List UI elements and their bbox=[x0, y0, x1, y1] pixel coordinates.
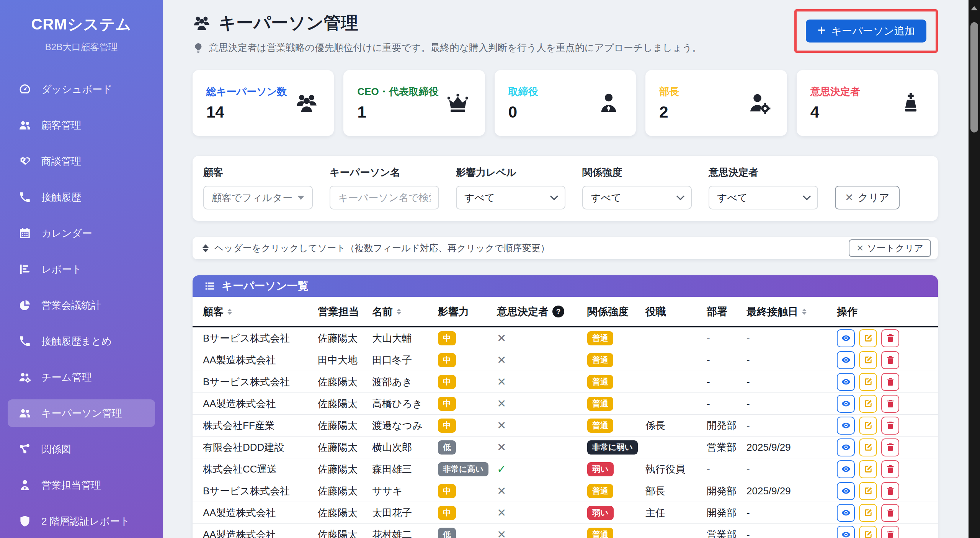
add-keyperson-button[interactable]: + キーパーソン追加 bbox=[806, 20, 926, 43]
filter-influence: 影響力レベル すべて bbox=[456, 166, 565, 209]
cell-influence: 中 bbox=[438, 397, 497, 411]
stat-text: 意思決定者4 bbox=[810, 85, 860, 121]
filter-name: キーパーソン名 bbox=[330, 166, 439, 209]
eye-icon bbox=[841, 486, 851, 496]
sidebar-item-contact-summary[interactable]: 接触履歴まとめ bbox=[8, 327, 155, 355]
table-row: AA製造株式会社田中大地田口冬子中✕普通-- bbox=[193, 349, 938, 371]
influence-filter-label: 影響力レベル bbox=[456, 166, 565, 179]
view-button[interactable] bbox=[837, 395, 855, 413]
delete-button[interactable] bbox=[881, 504, 899, 522]
cell-rep: 佐藤陽太 bbox=[318, 332, 372, 345]
sidebar-item-label: ダッシュボード bbox=[41, 83, 113, 96]
stat-icon bbox=[899, 91, 923, 115]
delete-button[interactable] bbox=[881, 329, 899, 347]
x-mark-icon: ✕ bbox=[497, 419, 506, 432]
sidebar-item-sales-meeting-stats[interactable]: 営業会議統計 bbox=[8, 291, 155, 319]
view-button[interactable] bbox=[837, 460, 855, 478]
edit-button[interactable] bbox=[859, 482, 877, 500]
cell-rep: 田中大地 bbox=[318, 353, 372, 367]
column-header-last-contact[interactable]: 最終接触日 bbox=[746, 305, 837, 319]
delete-button[interactable] bbox=[881, 351, 899, 369]
stat-icon bbox=[446, 91, 470, 115]
filter-customer: 顧客 顧客でフィルター bbox=[203, 166, 313, 209]
delete-button[interactable] bbox=[881, 373, 899, 391]
sidebar-item-team[interactable]: チーム管理 bbox=[8, 363, 155, 391]
scrollbar-thumb[interactable] bbox=[970, 22, 978, 132]
cell-name: ササキ bbox=[372, 484, 438, 498]
view-button[interactable] bbox=[837, 351, 855, 369]
view-button[interactable] bbox=[837, 373, 855, 391]
name-search-input[interactable] bbox=[330, 186, 439, 209]
edit-button[interactable] bbox=[859, 351, 877, 369]
cell-relation: 普通 bbox=[587, 419, 645, 433]
page-description-text: 意思決定者は営業戦略の優先順位付けに重要です。最終的な購入判断を行う人を重点的に… bbox=[209, 41, 702, 54]
view-button[interactable] bbox=[837, 482, 855, 500]
influence-badge: 中 bbox=[438, 331, 456, 345]
cell-actions bbox=[837, 351, 928, 369]
sidebar-item-calendar[interactable]: カレンダー bbox=[8, 219, 155, 247]
edit-button[interactable] bbox=[859, 395, 877, 413]
scrollbar[interactable] bbox=[969, 0, 980, 538]
influence-filter-select[interactable]: すべて bbox=[456, 186, 565, 209]
clear-sort-button[interactable]: ✕ ソートクリア bbox=[849, 239, 931, 257]
cell-influence: 中 bbox=[438, 506, 497, 520]
edit-button[interactable] bbox=[859, 526, 877, 538]
sidebar-item-keyperson[interactable]: キーパーソン管理 bbox=[8, 399, 155, 427]
x-icon: ✕ bbox=[845, 191, 854, 204]
view-button[interactable] bbox=[837, 417, 855, 435]
user-gear-icon bbox=[748, 91, 772, 115]
column-header-rep: 営業担当 bbox=[318, 305, 372, 319]
cell-decision: ✕ bbox=[497, 375, 587, 388]
cell-customer: AA製造株式会社 bbox=[203, 397, 318, 410]
cell-customer: Bサービス株式会社 bbox=[203, 484, 318, 498]
clear-filters-button[interactable]: ✕ クリア bbox=[835, 186, 900, 209]
edit-button[interactable] bbox=[859, 438, 877, 456]
sidebar-item-two-factor-report[interactable]: 2 階層認証レポート bbox=[8, 507, 155, 535]
stat-value: 1 bbox=[357, 103, 438, 121]
delete-button[interactable] bbox=[881, 460, 899, 478]
sidebar-item-label: 営業担当管理 bbox=[41, 479, 101, 492]
edit-button[interactable] bbox=[859, 373, 877, 391]
users-gear-icon bbox=[18, 371, 31, 384]
sidebar-item-customers[interactable]: 顧客管理 bbox=[8, 111, 155, 139]
delete-button[interactable] bbox=[881, 482, 899, 500]
column-header-customer[interactable]: 顧客 bbox=[203, 305, 318, 319]
scroll-up-button[interactable] bbox=[969, 0, 980, 16]
edit-button[interactable] bbox=[859, 504, 877, 522]
pen-icon bbox=[863, 399, 873, 409]
users-icon bbox=[18, 407, 31, 420]
column-label: 最終接触日 bbox=[746, 305, 798, 319]
x-mark-icon: ✕ bbox=[497, 376, 506, 388]
relation-filter-select[interactable]: すべて bbox=[582, 186, 692, 209]
decision-filter-select[interactable]: すべて bbox=[709, 186, 818, 209]
edit-button[interactable] bbox=[859, 329, 877, 347]
chart-icon bbox=[18, 263, 31, 276]
delete-button[interactable] bbox=[881, 395, 899, 413]
x-mark-icon: ✕ bbox=[497, 332, 506, 344]
sidebar-item-reports[interactable]: レポート bbox=[8, 255, 155, 283]
cell-rep: 佐藤陽太 bbox=[318, 463, 372, 476]
delete-button[interactable] bbox=[881, 417, 899, 435]
help-icon[interactable]: ? bbox=[552, 306, 564, 317]
cell-rep: 佐藤陽太 bbox=[318, 441, 372, 454]
customer-filter-select[interactable]: 顧客でフィルター bbox=[203, 186, 313, 209]
view-button[interactable] bbox=[837, 526, 855, 538]
sidebar-item-contact-history[interactable]: 接触履歴 bbox=[8, 183, 155, 211]
view-button[interactable] bbox=[837, 438, 855, 456]
filter-relation: 関係強度 すべて bbox=[582, 166, 692, 209]
delete-button[interactable] bbox=[881, 438, 899, 456]
view-button[interactable] bbox=[837, 504, 855, 522]
edit-button[interactable] bbox=[859, 417, 877, 435]
sidebar-item-sales-reps[interactable]: 営業担当管理 bbox=[8, 471, 155, 499]
edit-button[interactable] bbox=[859, 460, 877, 478]
sidebar-item-deals[interactable]: 商談管理 bbox=[8, 147, 155, 175]
sidebar-item-dashboard[interactable]: ダッシュボード bbox=[8, 75, 155, 103]
delete-button[interactable] bbox=[881, 526, 899, 538]
view-button[interactable] bbox=[837, 329, 855, 347]
cell-last-contact: - bbox=[746, 376, 837, 388]
stat-label: 部長 bbox=[659, 85, 679, 98]
crown-icon bbox=[446, 91, 470, 115]
eye-icon bbox=[841, 464, 851, 474]
sidebar-item-relationship-map[interactable]: 関係図 bbox=[8, 435, 155, 463]
column-header-name[interactable]: 名前 bbox=[372, 305, 438, 319]
